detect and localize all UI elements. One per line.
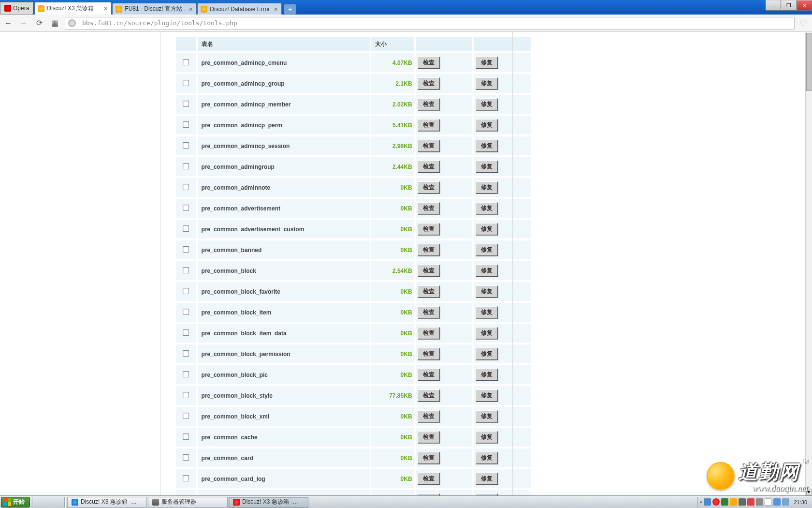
repair-button[interactable]: 修复 (476, 348, 498, 360)
check-button[interactable]: 检查 (418, 348, 440, 360)
repair-button[interactable]: 修复 (476, 306, 498, 318)
tray-icon-5[interactable] (739, 498, 746, 506)
row-checkbox[interactable] (183, 121, 189, 128)
taskbar-item[interactable]: Discuz! X3 急诊箱 -… (67, 497, 147, 508)
check-button[interactable]: 检查 (418, 265, 440, 277)
repair-button[interactable]: 修复 (476, 389, 498, 402)
repair-button[interactable]: 修复 (476, 369, 498, 381)
reload-button[interactable]: ⟳ (34, 18, 44, 29)
check-button[interactable]: 检查 (418, 452, 440, 464)
repair-button[interactable]: 修复 (476, 57, 498, 69)
close-button[interactable]: ✕ (797, 0, 812, 11)
check-button[interactable]: 检查 (418, 285, 440, 298)
check-button[interactable]: 检查 (418, 244, 440, 256)
table-name-cell: pre_common_block_xml (198, 406, 370, 426)
vertical-scrollbar[interactable]: ▼ (805, 32, 812, 495)
repair-button[interactable]: 修复 (476, 452, 498, 464)
repair-button[interactable]: 修复 (476, 140, 498, 152)
check-button[interactable]: 检查 (418, 119, 440, 131)
row-checkbox[interactable] (183, 246, 189, 253)
row-checkbox[interactable] (183, 59, 189, 65)
volume-icon[interactable] (782, 498, 789, 506)
table-row: pre_common_admincp_session2.98KB检查修复 (176, 136, 531, 155)
check-button[interactable]: 检查 (418, 223, 440, 235)
row-checkbox[interactable] (183, 475, 189, 481)
back-button[interactable]: ← (3, 18, 14, 29)
row-checkbox[interactable] (183, 454, 189, 461)
repair-button[interactable]: 修复 (476, 77, 498, 90)
repair-button[interactable]: 修复 (476, 119, 498, 131)
row-checkbox[interactable] (183, 309, 189, 315)
repair-button[interactable]: 修复 (476, 327, 498, 339)
check-button[interactable]: 检查 (418, 431, 440, 443)
row-checkbox[interactable] (183, 184, 189, 190)
repair-button[interactable]: 修复 (476, 161, 498, 173)
tray-icon-2[interactable] (712, 498, 720, 506)
speed-dial-button[interactable]: ▦ (49, 18, 60, 29)
tray-icon-6[interactable] (747, 498, 754, 506)
row-checkbox[interactable] (183, 288, 189, 294)
repair-button[interactable]: 修复 (476, 223, 498, 235)
tray-icon-4[interactable] (730, 498, 737, 506)
row-checkbox[interactable] (183, 413, 189, 419)
row-checkbox[interactable] (183, 433, 189, 440)
check-button[interactable]: 检查 (418, 327, 440, 339)
taskbar-item[interactable]: 服务器管理器 (148, 497, 228, 508)
scrollbar-thumb[interactable] (806, 33, 812, 91)
row-checkbox[interactable] (183, 101, 189, 107)
minimize-button[interactable]: — (766, 0, 781, 11)
opera-menu-button[interactable]: Opera (0, 2, 33, 15)
check-button[interactable]: 检查 (418, 140, 440, 152)
tab-close-icon[interactable]: ✕ (188, 6, 193, 12)
tray-icon-9[interactable] (773, 498, 781, 506)
url-field[interactable]: bbs.fu81.cn/source/plugin/tools/tools.ph… (65, 17, 795, 30)
check-button[interactable]: 检查 (418, 410, 440, 422)
repair-button[interactable]: 修复 (476, 410, 498, 422)
clock[interactable]: 21:30 (791, 499, 810, 505)
start-button[interactable]: 开始 (1, 497, 30, 508)
tray-icon-8[interactable] (765, 498, 772, 506)
tray-icon-1[interactable] (704, 498, 711, 506)
check-button[interactable]: 检查 (418, 202, 440, 214)
repair-button[interactable]: 修复 (476, 244, 498, 256)
browser-tab[interactable]: Discuz! Database Error…✕ (197, 3, 282, 15)
tray-expand-icon[interactable]: « (700, 499, 703, 505)
check-button[interactable]: 检查 (418, 161, 440, 173)
row-checkbox[interactable] (183, 350, 189, 357)
check-button[interactable]: 检查 (418, 77, 440, 90)
browser-tab[interactable]: FU81 - Discuz! 官方站 …✕ (112, 3, 197, 15)
forward-button[interactable]: → (18, 18, 29, 29)
row-checkbox[interactable] (183, 142, 189, 149)
row-checkbox[interactable] (183, 80, 189, 86)
tray-icon-7[interactable] (756, 498, 763, 506)
repair-button[interactable]: 修复 (476, 202, 498, 214)
row-checkbox[interactable] (183, 392, 189, 398)
row-checkbox[interactable] (183, 267, 189, 273)
repair-button[interactable]: 修复 (476, 265, 498, 277)
maximize-button[interactable]: ❐ (781, 0, 797, 11)
repair-button[interactable]: 修复 (476, 98, 498, 110)
check-button[interactable]: 检查 (418, 473, 440, 485)
tray-icon-3[interactable] (721, 498, 728, 506)
row-checkbox[interactable] (183, 329, 189, 336)
row-checkbox[interactable] (183, 371, 189, 377)
check-button[interactable]: 检查 (418, 181, 440, 194)
favorite-icon[interactable]: ♡ (799, 18, 809, 28)
new-tab-button[interactable]: + (284, 4, 296, 15)
repair-button[interactable]: 修复 (476, 473, 498, 485)
row-checkbox[interactable] (183, 163, 189, 169)
browser-tab[interactable]: Discuz! X3 急诊箱✕ (34, 2, 112, 15)
repair-button[interactable]: 修复 (476, 181, 498, 194)
check-button[interactable]: 检查 (418, 57, 440, 69)
row-checkbox[interactable] (183, 225, 189, 232)
check-button[interactable]: 检查 (418, 98, 440, 110)
tab-close-icon[interactable]: ✕ (273, 6, 278, 12)
repair-button[interactable]: 修复 (476, 285, 498, 298)
check-button[interactable]: 检查 (418, 306, 440, 318)
tab-close-icon[interactable]: ✕ (102, 6, 108, 12)
check-button[interactable]: 检查 (418, 369, 440, 381)
taskbar-item[interactable]: Discuz! X3 急诊箱 -… (229, 497, 308, 508)
row-checkbox[interactable] (183, 205, 189, 211)
repair-button[interactable]: 修复 (476, 431, 498, 443)
check-button[interactable]: 检查 (418, 389, 440, 402)
